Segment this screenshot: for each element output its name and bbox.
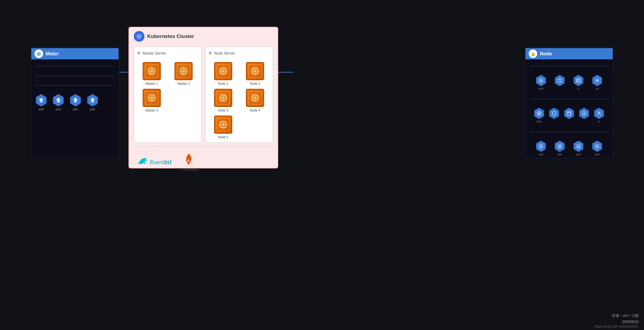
svg-rect-74 <box>222 96 225 99</box>
rs-label: rs <box>577 87 580 90</box>
pod-label-node-1: pod <box>539 87 543 90</box>
node-pod-icon-4: pod <box>589 141 605 156</box>
svg-rect-3 <box>149 68 154 74</box>
author-text: 作者：rm＊小组 <box>612 313 639 319</box>
fluentbit-text: fluentbit <box>150 159 172 166</box>
node-pod-icon-1: pod <box>533 141 549 156</box>
master-cpu-1 <box>143 62 161 80</box>
node-panel-icon: 🔒 <box>529 49 537 58</box>
attribution: 作者：rm＊小组 2020/9/10 <box>612 313 639 325</box>
box-hex <box>563 108 575 119</box>
svg-rect-18 <box>182 70 185 73</box>
svg-point-117 <box>597 80 598 81</box>
pod-hex-n1 <box>535 141 547 152</box>
node-3: Node 3 <box>209 89 238 112</box>
node-icon-row-3: pod pod pod <box>529 139 609 158</box>
node-icon-user: ia <box>593 108 605 123</box>
master-pod-row: pod pod pod <box>31 92 119 113</box>
shield-hex <box>548 108 560 119</box>
node-icon-shield <box>548 108 560 123</box>
svg-rect-88 <box>253 96 257 99</box>
pod-label-n2: pod <box>558 153 562 156</box>
rs-hex <box>573 75 584 86</box>
node-divider-2 <box>529 99 609 99</box>
pod-icon-4: pod <box>86 94 99 111</box>
node-cpu-5 <box>214 116 232 134</box>
svg-point-115 <box>187 162 191 164</box>
master-server-box: ≡ Master Server <box>134 47 201 143</box>
rbac-hex <box>534 108 545 119</box>
pod-hex-n4 <box>592 141 603 152</box>
node-icon-rbac: rbac <box>533 108 545 123</box>
master-1-label: Master 1 <box>145 82 158 86</box>
master-2: Master 2 <box>169 62 198 86</box>
master-panel: ⚙️ Mater pod <box>31 48 119 159</box>
ia-label: ia <box>598 120 600 123</box>
node-server-title: Node Server <box>214 51 235 55</box>
node-divider-1 <box>529 66 609 66</box>
svg-rect-116 <box>577 79 580 82</box>
pod-label-4: pod <box>90 108 95 111</box>
master-server-icon: ≡ <box>137 50 140 56</box>
svg-rect-59 <box>252 68 258 74</box>
master-cpu-grid: Master 1 <box>137 62 198 112</box>
node-cpu-4 <box>246 89 264 107</box>
node-4: Node 4 <box>241 89 270 112</box>
attribution-url: https://blog.csdn.net/lucky8251 <box>595 325 639 328</box>
master-panel-icon: ⚙️ <box>35 49 43 58</box>
node-icon-row-1: pod rs net <box>529 73 609 92</box>
node-server-box: ≡ Node Server <box>205 47 273 143</box>
net-hex <box>592 75 603 86</box>
date-text: 2020/9/10 <box>612 319 639 325</box>
pod-shape-inner-2 <box>55 97 62 104</box>
node-icon-rotate <box>552 75 568 90</box>
node-icon-row-2: rbac <box>529 106 609 125</box>
master-server-title: Master Server <box>143 51 166 55</box>
svg-rect-118 <box>567 112 571 115</box>
node-icon-net: net <box>589 75 605 90</box>
prometheus-flame-icon <box>184 153 194 166</box>
server-panels: ≡ Master Server <box>129 47 278 143</box>
pod-icon-3: pod <box>69 94 82 111</box>
pod-shape-inner-3 <box>72 97 79 104</box>
node-server-header: ≡ Node Server <box>209 50 269 58</box>
master-cpu-2 <box>174 62 193 80</box>
svg-rect-87 <box>252 95 258 101</box>
node-3-label: Node 3 <box>218 109 228 112</box>
pod-shape-1 <box>35 94 47 106</box>
node-2: Node 2 <box>241 62 270 86</box>
svg-rect-60 <box>253 70 257 73</box>
node-cpu-1 <box>214 62 232 80</box>
cluster-logos: fluentbit Prometheus <box>129 150 278 174</box>
k8s-cluster: Kubernetes Cluster ≡ Master Server <box>128 27 278 168</box>
svg-rect-17 <box>181 68 186 74</box>
user-hex <box>593 108 605 119</box>
svg-point-120 <box>598 112 600 113</box>
rbac-label: rbac <box>536 120 542 123</box>
node-panel-body: pod rs net <box>525 59 613 162</box>
node-panel: 🔒 Node pod <box>525 48 613 159</box>
master-server-header: ≡ Master Server <box>137 50 198 58</box>
pod-hex-n2 <box>554 141 565 152</box>
node-pod-icon-3: pod <box>570 141 586 156</box>
svg-point-2 <box>138 36 140 37</box>
master-1: Master 1 <box>137 62 166 86</box>
master-3-label: Master 3 <box>145 109 158 112</box>
pod-label-3: pod <box>73 108 78 111</box>
pod-icon-2: pod <box>52 94 64 111</box>
svg-rect-4 <box>150 70 153 73</box>
prometheus-text: Prometheus <box>180 167 198 171</box>
divider-2 <box>35 75 115 76</box>
node-2-label: Node 2 <box>250 82 260 86</box>
node-5: Node 5 <box>209 116 238 139</box>
pod-label-1: pod <box>39 108 44 111</box>
node-cpu-2 <box>246 62 264 80</box>
net-label: net <box>595 87 599 90</box>
svg-rect-73 <box>220 95 226 101</box>
node-icon-rs: rs <box>570 75 586 90</box>
cluster-separator <box>134 146 273 147</box>
node-cpu-grid: Node 1 <box>209 62 269 139</box>
k8s-title: Kubernetes Cluster <box>147 33 194 39</box>
divider-3 <box>35 85 115 86</box>
main-canvas: ⚙️ Mater pod <box>0 0 644 330</box>
